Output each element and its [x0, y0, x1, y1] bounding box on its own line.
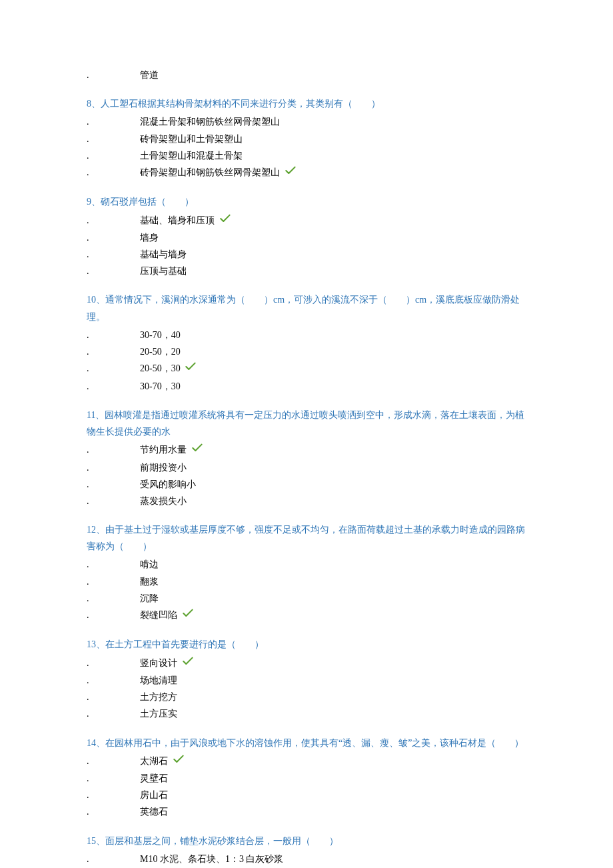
option-bullet: .: [87, 607, 140, 623]
option-row: .蒸发损失小: [87, 493, 526, 509]
question-title: 12、由于基土过于湿软或基层厚度不够，强度不足或不均匀，在路面荷载超过土基的承载…: [87, 521, 526, 555]
option-row: .管道: [87, 67, 526, 83]
question-title: 8、人工塑石根据其结构骨架材料的不同来进行分类，其类别有（ ）: [87, 95, 526, 112]
option-bullet: .: [87, 113, 140, 130]
check-icon: [285, 164, 296, 181]
check-icon: [220, 212, 231, 229]
option-text: 灵壁石: [140, 770, 526, 787]
option-bullet: .: [87, 360, 140, 377]
option-row: .压顶与基础: [87, 263, 526, 279]
option-text: 30-70，40: [140, 327, 526, 343]
option-text: 裂缝凹陷: [140, 607, 526, 624]
option-row: .竖向设计: [87, 655, 526, 672]
option-row: .太湖石: [87, 753, 526, 770]
option-text: 20-50，20: [140, 343, 526, 360]
question-title: 10、通常情况下，溪涧的水深通常为（ ）cm，可涉入的溪流不深于（ ）cm，溪底…: [87, 291, 526, 325]
option-bullet: .: [87, 327, 140, 343]
option-row: .土方挖方: [87, 689, 526, 705]
option-text: 啃边: [140, 556, 526, 573]
check-icon: [173, 753, 184, 769]
option-text: 沉降: [140, 590, 526, 607]
option-bullet: .: [87, 770, 140, 787]
option-row: .基础、墙身和压顶: [87, 212, 526, 229]
option-text: 太湖石: [140, 753, 526, 770]
option-text: 英德石: [140, 803, 526, 820]
option-text: M10 水泥、条石块、1：3 白灰砂浆: [140, 851, 526, 867]
option-bullet: .: [87, 590, 140, 607]
option-row: .受风的影响小: [87, 476, 526, 493]
option-row: .前期投资小: [87, 459, 526, 476]
option-row: .节约用水量: [87, 441, 526, 459]
option-text: 前期投资小: [140, 459, 526, 476]
option-text: 20-50，30: [140, 360, 526, 377]
option-text: 翻浆: [140, 573, 526, 590]
option-text: 墙身: [140, 229, 526, 246]
check-icon: [185, 360, 196, 377]
option-row: .砖骨架塑山和土骨架塑山: [87, 131, 526, 147]
option-bullet: .: [87, 459, 140, 476]
option-bullet: .: [87, 803, 140, 820]
option-row: .砖骨架塑山和钢筋铁丝网骨架塑山: [87, 164, 526, 181]
question-title: 14、在园林用石中，由于风浪或地下水的溶蚀作用，使其具有“透、漏、瘦、皱”之美，…: [87, 735, 526, 751]
option-row: .20-50，20: [87, 343, 526, 360]
option-bullet: .: [87, 164, 140, 181]
option-row: .M10 水泥、条石块、1：3 白灰砂浆: [87, 851, 526, 867]
check-icon: [183, 655, 193, 671]
option-text: 基础与墙身: [140, 246, 526, 263]
document-body: .管道8、人工塑石根据其结构骨架材料的不同来进行分类，其类别有（ ）.混凝土骨架…: [87, 67, 526, 867]
option-bullet: .: [87, 573, 140, 590]
option-bullet: .: [87, 753, 140, 769]
option-text: 场地清理: [140, 672, 526, 689]
option-row: .墙身: [87, 229, 526, 246]
option-bullet: .: [87, 689, 140, 705]
option-bullet: .: [87, 556, 140, 573]
option-bullet: .: [87, 655, 140, 671]
option-bullet: .: [87, 147, 140, 164]
option-bullet: .: [87, 476, 140, 493]
option-row: .土骨架塑山和混凝土骨架: [87, 147, 526, 164]
option-row: .基础与墙身: [87, 246, 526, 263]
option-text: 砖骨架塑山和钢筋铁丝网骨架塑山: [140, 164, 526, 181]
option-bullet: .: [87, 67, 140, 83]
option-bullet: .: [87, 343, 140, 360]
option-bullet: .: [87, 263, 140, 279]
option-row: .裂缝凹陷: [87, 607, 526, 624]
option-bullet: .: [87, 441, 140, 458]
option-row: .土方压实: [87, 705, 526, 722]
option-text: 混凝土骨架和钢筋铁丝网骨架塑山: [140, 113, 526, 130]
option-text: 节约用水量: [140, 441, 526, 459]
option-text: 蒸发损失小: [140, 493, 526, 509]
option-row: .啃边: [87, 556, 526, 573]
option-bullet: .: [87, 787, 140, 803]
option-row: .英德石: [87, 803, 526, 820]
option-row: .混凝土骨架和钢筋铁丝网骨架塑山: [87, 113, 526, 130]
option-row: .20-50，30: [87, 360, 526, 377]
check-icon: [192, 441, 203, 458]
option-row: .30-70，30: [87, 378, 526, 395]
option-text: 受风的影响小: [140, 476, 526, 493]
option-bullet: .: [87, 229, 140, 246]
question-title: 9、砌石驳岸包括（ ）: [87, 193, 526, 210]
question-title: 11、园林喷灌是指通过喷灌系统将具有一定压力的水通过喷头喷洒到空中，形成水滴，落…: [87, 407, 526, 440]
option-text: 土骨架塑山和混凝土骨架: [140, 147, 526, 164]
check-icon: [183, 607, 193, 623]
option-row: .沉降: [87, 590, 526, 607]
option-text: 砖骨架塑山和土骨架塑山: [140, 131, 526, 147]
option-bullet: .: [87, 705, 140, 722]
option-bullet: .: [87, 851, 140, 867]
question-title: 13、在土方工程中首先要进行的是（ ）: [87, 636, 526, 653]
option-text: 土方挖方: [140, 689, 526, 705]
option-text: 土方压实: [140, 705, 526, 722]
option-row: .场地清理: [87, 672, 526, 689]
option-bullet: .: [87, 378, 140, 395]
option-row: .30-70，40: [87, 327, 526, 343]
question-title: 15、面层和基层之间，铺垫水泥砂浆结合层，一般用（ ）: [87, 833, 526, 849]
option-bullet: .: [87, 672, 140, 689]
option-text: 竖向设计: [140, 655, 526, 672]
option-row: .翻浆: [87, 573, 526, 590]
option-bullet: .: [87, 131, 140, 147]
option-bullet: .: [87, 246, 140, 263]
option-bullet: .: [87, 493, 140, 509]
option-text: 基础、墙身和压顶: [140, 212, 526, 229]
option-row: .灵壁石: [87, 770, 526, 787]
